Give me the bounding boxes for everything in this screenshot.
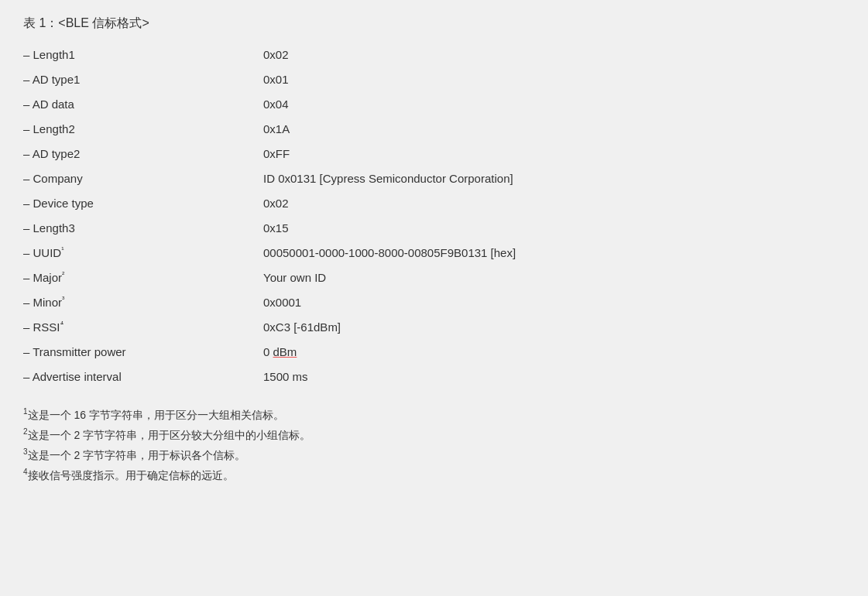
footnote-item: 2这是一个 2 字节字符串，用于区分较大分组中的小组信标。 (23, 425, 845, 445)
table-row: – Length20x1A (23, 117, 845, 142)
row-value: 0x02 (263, 194, 289, 213)
table-row: – CompanyID 0x0131 [Cypress Semiconducto… (23, 166, 845, 191)
footnote-item: 3这是一个 2 字节字符串，用于标识各个信标。 (23, 445, 845, 465)
row-value: 0x0001 (263, 293, 301, 312)
table-row: – Device type0x02 (23, 191, 845, 216)
row-label: – UUID¹ (23, 244, 263, 262)
table-row: – Length10x02 (23, 43, 845, 67)
table-row: – Transmitter power0 dBm (23, 340, 845, 365)
row-label: – Length1 (23, 46, 263, 64)
footnote-item: 1这是一个 16 字节字符串，用于区分一大组相关信标。 (23, 405, 845, 425)
table-row: – Length30x15 (23, 216, 845, 241)
row-label: – Minor³ (23, 293, 263, 312)
row-label: – Length3 (23, 219, 263, 238)
table-row: – Minor³0x0001 (23, 290, 845, 315)
row-label: – AD type1 (23, 70, 263, 89)
table-row: – Advertise interval1500 ms (23, 365, 845, 389)
row-label: – Advertise interval (23, 368, 263, 386)
row-value: 1500 ms (263, 368, 308, 386)
ble-table: – Length10x02– AD type10x01– AD data0x04… (23, 43, 845, 389)
row-value: 0xC3 [-61dBm] (263, 318, 341, 337)
table-row: – AD type10x01 (23, 67, 845, 92)
row-value: 0xFF (263, 145, 290, 163)
row-label: – AD data (23, 95, 263, 114)
row-label: – Transmitter power (23, 343, 263, 361)
row-label: – Device type (23, 194, 263, 213)
row-value: 0x04 (263, 95, 289, 114)
footnotes-section: 1这是一个 16 字节字符串，用于区分一大组相关信标。2这是一个 2 字节字符串… (23, 405, 845, 485)
row-label: – AD type2 (23, 145, 263, 163)
row-value: 0x02 (263, 46, 289, 64)
row-value: Your own ID (263, 269, 326, 287)
row-label: – Major² (23, 269, 263, 287)
table-row: – UUID¹00050001-0000-1000-8000-00805F9B0… (23, 241, 845, 265)
row-value: ID 0x0131 [Cypress Semiconductor Corpora… (263, 170, 513, 188)
table-row: – RSSI⁴0xC3 [-61dBm] (23, 315, 845, 340)
row-value: 0x01 (263, 70, 289, 89)
table-row: – Major²Your own ID (23, 265, 845, 290)
page-title: 表 1：<BLE 信标格式> (23, 15, 845, 32)
row-value: 0 dBm (263, 343, 297, 361)
table-row: – AD data0x04 (23, 92, 845, 117)
row-value: 0x15 (263, 219, 289, 238)
row-value: 0x1A (263, 120, 290, 139)
row-label: – Company (23, 170, 263, 188)
footnote-item: 4接收信号强度指示。用于确定信标的远近。 (23, 465, 845, 485)
table-row: – AD type20xFF (23, 142, 845, 166)
row-label: – RSSI⁴ (23, 318, 263, 337)
row-value: 00050001-0000-1000-8000-00805F9B0131 [he… (263, 244, 516, 262)
row-label: – Length2 (23, 120, 263, 139)
